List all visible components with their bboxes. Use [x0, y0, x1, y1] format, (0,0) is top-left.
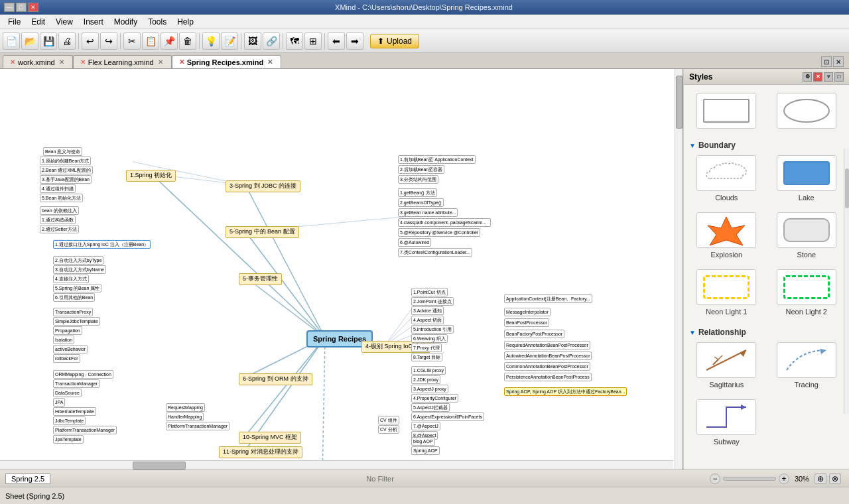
zoom-fit-button[interactable]: ⊕: [815, 473, 826, 484]
boundary-section-header[interactable]: ▼ Boundary: [689, 138, 844, 153]
mm-node-tx-1[interactable]: TransactionProxy: [53, 308, 93, 316]
mm-node-5[interactable]: 4.通过组件扫描: [40, 184, 76, 193]
upload-button[interactable]: ⬆ Upload: [370, 34, 419, 48]
mm-node-aop-impl-6[interactable]: 6.AspectExpression和PoinFacets: [411, 412, 484, 421]
mm-node-4[interactable]: 3.基于Java配置的Bean: [40, 175, 92, 184]
mm-node-3[interactable]: 2.Bean 通过XML配置的: [40, 166, 93, 174]
mm-node-orm-4[interactable]: JPA: [53, 398, 65, 407]
mm-node-orm-5[interactable]: HibernateTemplate: [53, 407, 96, 416]
mm-node-aop-impl-7[interactable]: 7.@AspectJ: [411, 422, 440, 430]
mm-node-orm-8[interactable]: JpaTemplate: [53, 435, 84, 444]
mm-node-ioc-2[interactable]: 2.自动注入方式byType: [53, 256, 103, 265]
mm-node-cv-2[interactable]: CV 分析: [378, 425, 399, 434]
mm-node-aop-impl-3[interactable]: 3.AspectJ proxy: [411, 385, 448, 393]
mm-node-aop-5[interactable]: 5.Introduction 引用: [411, 325, 454, 334]
canvas[interactable]: Spring Recipes Bean 意义与使命 1.原始的创建Bean方式 …: [0, 69, 683, 470]
mm-node-ioc-3[interactable]: 3.自动注入方式byName: [53, 265, 106, 274]
menu-help[interactable]: Help: [172, 16, 199, 28]
mm-node-aop-1[interactable]: 1.PointCut 切点: [411, 288, 448, 296]
mm-node-tx-2[interactable]: SimpleJdbcTemplate: [53, 317, 100, 326]
zoom-slider[interactable]: [723, 477, 776, 481]
tab-work[interactable]: ✕ work.xmind ✕: [3, 55, 73, 68]
mm-node-ctx-3[interactable]: 3.分类结构与范围: [398, 175, 438, 184]
mm-node-aop-impl-5[interactable]: 5.AspectJ拦截器: [411, 403, 450, 412]
canvas-hscrollbar[interactable]: [0, 460, 673, 470]
canvas-vscrollbar[interactable]: [675, 69, 683, 470]
mm-topic-jdbc[interactable]: 3-Spring 到 JDBC 的连接: [226, 180, 300, 192]
mm-node-right-8[interactable]: PersistenceAnnotationBeanPostProcess: [504, 373, 592, 381]
mm-node-right-7[interactable]: CommonAnnotationBeanPostProcessor: [504, 362, 590, 371]
styles-panel-expand-button[interactable]: ▿: [824, 72, 833, 82]
menu-edit[interactable]: Edit: [26, 16, 50, 28]
mm-node-right-2[interactable]: MessageInterpolator: [504, 308, 551, 316]
menu-insert[interactable]: Insert: [78, 16, 109, 28]
style-lake[interactable]: Lake: [769, 153, 844, 204]
mm-node-yell-1[interactable]: Spring AOP, Spring AOP 织入到方法中通过FactoryBe…: [504, 387, 627, 396]
mm-node-right-1[interactable]: ApplicationContext(注册Bean、Factory...: [504, 294, 592, 303]
mm-node-orm-2[interactable]: TransactionManager: [53, 379, 99, 388]
mm-node-mvc-3[interactable]: PlatformTransactionManager: [166, 422, 229, 430]
menu-tools[interactable]: Tools: [143, 16, 172, 28]
mm-node-cv-3[interactable]: blog AOP: [411, 437, 435, 446]
mm-node-orm-7[interactable]: PlatformTransactionManager: [53, 426, 117, 434]
copy-button[interactable]: 📋: [142, 32, 159, 50]
styles-panel-close-button[interactable]: ✕: [813, 72, 822, 82]
mm-topic-bean-config[interactable]: 5-Spring 中的 Bean 配置: [226, 226, 299, 238]
style-neon2[interactable]: Neon Light 2: [769, 267, 844, 318]
mm-node-right-3[interactable]: BeanPostProcessor: [504, 318, 549, 327]
mm-node-9[interactable]: 2.通过Setter方法: [40, 225, 79, 233]
tab-close-all-button[interactable]: ✕: [833, 56, 844, 67]
mm-node-right-4[interactable]: BeanFactoryPostProcessor: [504, 330, 564, 338]
mm-node-cv-1[interactable]: CV 组件: [378, 416, 399, 424]
style-explosion[interactable]: Explosion: [689, 210, 764, 261]
nav-right-button[interactable]: ➡: [346, 32, 363, 50]
menu-view[interactable]: View: [50, 16, 78, 28]
style-tracing[interactable]: Tracing: [769, 340, 844, 391]
new-button[interactable]: 📄: [3, 32, 20, 50]
style-rectangle[interactable]: [689, 90, 764, 131]
mm-node-ioc-6[interactable]: 6.引用其他的Bean: [53, 293, 95, 302]
styles-vscrollbar[interactable]: [844, 149, 849, 414]
zoom-in-button[interactable]: +: [779, 473, 789, 484]
mm-node-aop-impl-1[interactable]: 1.CGLIB proxy: [411, 366, 446, 375]
nav-left-button[interactable]: ⬅: [328, 32, 345, 50]
print-button[interactable]: 🖨: [58, 32, 76, 50]
relationship-section-header[interactable]: ▼ Relationship: [689, 325, 844, 340]
mm-node-mvc-1[interactable]: RequestMapping: [166, 403, 205, 412]
mm-topic-mvc[interactable]: 10-Spring MVC 框架: [239, 432, 301, 444]
maximize-button[interactable]: □: [16, 3, 27, 12]
mm-node-2[interactable]: 1.原始的创建Bean方式: [40, 157, 91, 165]
save-button[interactable]: 💾: [40, 32, 57, 50]
mm-node-ioc-4[interactable]: 4.直接注入方式: [53, 275, 89, 283]
tab-flex[interactable]: ✕ Flex Learning.xmind ✕: [73, 55, 172, 68]
mm-node-ctx-1[interactable]: 1.前加载Bean至 ApplicationContext: [398, 155, 476, 164]
undo-button[interactable]: ↩: [82, 32, 99, 50]
mm-node-ctx-2[interactable]: 2.后加载Bean至容器: [398, 165, 444, 174]
image-button[interactable]: 🖼: [244, 32, 261, 50]
mm-node-orm-6[interactable]: JdbcTemplate: [53, 416, 86, 425]
styles-panel-settings-button[interactable]: ⚙: [803, 72, 812, 82]
style-subway[interactable]: Subway: [689, 397, 764, 448]
mm-topic-transaction[interactable]: 5-事务管理性: [239, 273, 282, 285]
mm-node-orm-3[interactable]: DataSource: [53, 389, 82, 397]
link-button[interactable]: 🔗: [263, 32, 280, 50]
canvas-vscroll-thumb[interactable]: [676, 76, 683, 129]
open-button[interactable]: 📂: [21, 32, 38, 50]
menu-modify[interactable]: Modify: [109, 16, 143, 28]
mm-node-ctx-9[interactable]: 6.@Autowired: [398, 238, 431, 247]
tab-work-close[interactable]: ✕: [58, 58, 66, 66]
styles-panel-collapse-button[interactable]: □: [834, 72, 844, 82]
mm-node-tx-4[interactable]: Isolation: [53, 336, 74, 344]
minimize-button[interactable]: —: [4, 3, 15, 12]
zoom-out-button[interactable]: −: [710, 473, 720, 484]
topic-button[interactable]: 💡: [202, 32, 220, 50]
mm-node-tx-5[interactable]: activeBehavior: [53, 345, 88, 353]
mm-node-tx-6[interactable]: rollbackFor: [53, 354, 80, 363]
mm-node-right-6[interactable]: AutowiredAnnotationBeanPostProcessor: [504, 351, 592, 360]
mm-node-aop-7[interactable]: 7.Proxy 代理: [411, 344, 442, 352]
delete-button[interactable]: 🗑: [179, 32, 196, 50]
mm-node-ctx-7[interactable]: 4.classpath.component..packageScanning..…: [398, 218, 491, 227]
mm-node-aop-3[interactable]: 3.Advice 通知: [411, 306, 444, 315]
mm-node-8[interactable]: 1.通过构造函数: [40, 216, 76, 224]
mm-node-aop-4[interactable]: 4.Aspect 切面: [411, 316, 444, 324]
